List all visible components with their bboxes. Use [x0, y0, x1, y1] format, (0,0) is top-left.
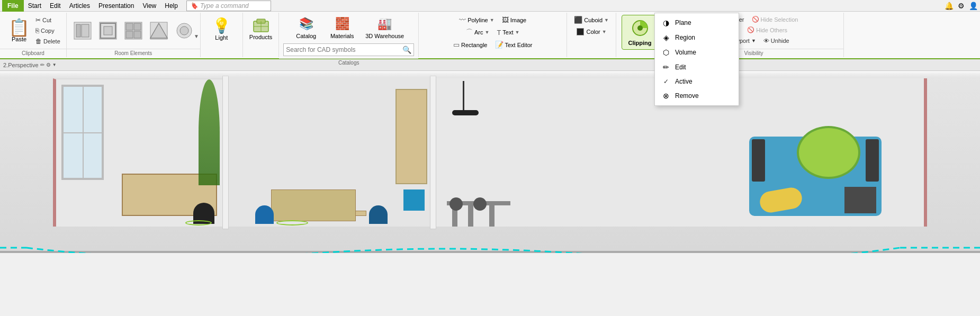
cut-icon: ✂ [35, 16, 41, 24]
color-label: Color [587, 29, 600, 35]
clipping-plane-item[interactable]: ◑ Plane [655, 15, 739, 30]
arc-icon: ⌒ [466, 28, 473, 37]
arc-label: Arc [474, 29, 483, 35]
materials-button[interactable]: 🧱 Materials [326, 15, 358, 41]
drawing-elements-group: 〰 Polyline ▼ 🖼 Image ⌒ Arc ▼ T Text [419, 13, 567, 57]
hide-others-button[interactable]: 🚫 Hide Others [744, 25, 790, 34]
ribbon: 📋 Paste ✂ Cut ⎘ Copy 🗑 Delete Clipboard [0, 12, 980, 59]
cad-search-input[interactable] [286, 46, 402, 53]
room-btn-3[interactable] [122, 19, 145, 42]
delete-label: Delete [43, 38, 60, 44]
plane-label: Plane [675, 19, 691, 26]
catalog-icon: 📚 [299, 17, 313, 31]
draw-row-2: ⌒ Arc ▼ T Text ▼ [463, 26, 522, 38]
products-group: Products space [243, 13, 279, 57]
paste-icon: 📋 [8, 19, 30, 36]
command-input-box[interactable]: 🔖 Type a command [186, 1, 271, 11]
clipping-active-item[interactable]: ✓ Active [655, 75, 739, 88]
copy-button[interactable]: ⎘ Copy [34, 26, 62, 35]
volume-icon: ⬡ [661, 48, 671, 57]
polyline-label: Polyline [467, 17, 488, 23]
plane-icon: ◑ [661, 19, 671, 27]
polyline-button[interactable]: 〰 Polyline ▼ [456, 15, 497, 25]
text-editor-button[interactable]: 📝 Text Editor [492, 40, 535, 50]
start-menu[interactable]: Start [24, 0, 46, 12]
polyline-arrow: ▼ [490, 17, 495, 23]
svg-rect-2 [82, 24, 89, 37]
room-btn-2[interactable] [96, 19, 120, 42]
clipping-region-item[interactable]: ◈ Region [655, 30, 739, 45]
expand-room-arrow[interactable]: ▼ [194, 33, 199, 39]
catalog-label: Catalog [296, 33, 316, 39]
room-btn-4[interactable] [147, 19, 170, 42]
warehouse-icon: 🏭 [377, 17, 392, 31]
perspective-tab[interactable]: 2.Perspective ✏ ⚙ ▼ [3, 62, 57, 68]
svg-point-20 [637, 25, 643, 31]
image-button[interactable]: 🖼 Image [499, 15, 529, 25]
cuboid-color-group: ⬛ Cuboid ▼ Color ▼ space [567, 13, 616, 57]
copy-label: Copy [41, 28, 55, 34]
cuboid-arrow: ▼ [604, 17, 609, 23]
view-menu[interactable]: View [138, 0, 160, 12]
room-elements-group: ▼ Room Elements [67, 13, 201, 57]
hide-selection-button[interactable]: 🚫 Hide Selection [749, 15, 801, 24]
light-icon: 💡 [212, 17, 231, 34]
edit-label: Edit [675, 64, 686, 71]
user-icon[interactable]: 👤 [969, 2, 978, 10]
text-button[interactable]: T Text ▼ [494, 28, 522, 38]
clipping-edit-item[interactable]: ✏ Edit [655, 60, 739, 75]
help-menu[interactable]: Help [160, 0, 182, 12]
articles-menu[interactable]: Articles [65, 0, 94, 12]
text-label: Text [502, 29, 513, 35]
cut-button[interactable]: ✂ Cut [34, 16, 62, 24]
polyline-icon: 〰 [459, 16, 466, 24]
file-menu[interactable]: File [2, 0, 24, 12]
clipboard-group: 📋 Paste ✂ Cut ⎘ Copy 🗑 Delete Clipboard [0, 13, 67, 57]
rectangle-button[interactable]: ▭ Rectangle [451, 40, 490, 50]
settings-icon[interactable]: ⚙ [958, 2, 965, 10]
unhide-label: Unhide [771, 38, 789, 44]
tab-bar: 2.Perspective ✏ ⚙ ▼ [0, 59, 980, 71]
tab-label: 2.Perspective [3, 62, 39, 68]
svg-rect-1 [76, 24, 80, 37]
clipping-button[interactable]: Clipping [622, 15, 659, 50]
products-button[interactable]: Products [247, 15, 274, 42]
materials-icon: 🧱 [335, 17, 349, 31]
hide-selection-label: Hide Selection [761, 16, 798, 23]
edit-menu[interactable]: Edit [46, 0, 65, 12]
image-icon: 🖼 [502, 16, 509, 24]
products-label: Products [249, 34, 272, 40]
color-swatch [577, 28, 584, 35]
warehouse-button[interactable]: 🏭 3D Warehouse [362, 15, 407, 41]
bell-icon[interactable]: 🔔 [945, 2, 954, 10]
text-arrow: ▼ [515, 30, 520, 35]
delete-button[interactable]: 🗑 Delete [34, 37, 62, 46]
3d-scene [0, 73, 980, 253]
clipping-volume-item[interactable]: ⬡ Volume [655, 45, 739, 60]
catalog-button[interactable]: 📚 Catalog [290, 15, 322, 41]
room-elements-label: Room Elements [67, 49, 200, 57]
arc-button[interactable]: ⌒ Arc ▼ [463, 26, 492, 38]
presentation-menu[interactable]: Presentation [94, 0, 138, 12]
color-button[interactable]: Color ▼ [574, 27, 609, 37]
svg-rect-10 [134, 31, 141, 38]
edit-icon: ✏ [661, 63, 671, 71]
paste-button[interactable]: 📋 Paste [4, 17, 34, 44]
room-btn-1[interactable] [71, 19, 94, 42]
search-icon[interactable]: 🔍 [402, 46, 411, 54]
svg-rect-9 [126, 31, 133, 38]
text-editor-icon: 📝 [495, 41, 504, 49]
warehouse-label: 3D Warehouse [365, 33, 404, 39]
clipping-remove-item[interactable]: ⊗ Remove [655, 88, 739, 103]
light-button[interactable]: 💡 Light [210, 15, 233, 43]
cuboid-button[interactable]: ⬛ Cuboid ▼ [571, 15, 612, 25]
image-label: Image [510, 17, 527, 23]
text-icon: T [497, 29, 501, 37]
settings-tab-icon: ⚙ [46, 62, 51, 68]
unhide-button[interactable]: 👁 Unhide [761, 37, 792, 45]
remove-label: Remove [675, 92, 699, 100]
rectangle-label: Rectangle [461, 42, 488, 48]
menu-bar: File Start Edit Articles Presentation Vi… [0, 0, 980, 12]
volume-label: Volume [675, 49, 696, 56]
room-btn-5[interactable] [173, 19, 196, 42]
